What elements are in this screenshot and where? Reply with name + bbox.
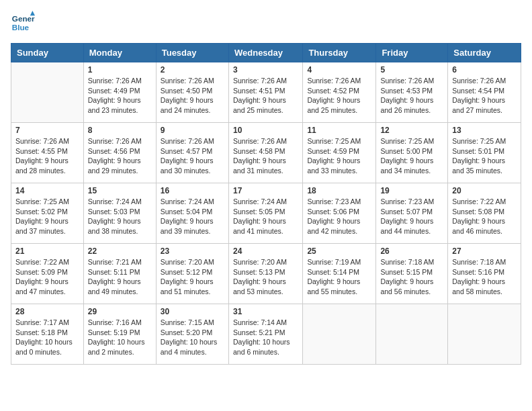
cell-content: Sunrise: 7:16 AMSunset: 5:19 PMDaylight:… — [88, 318, 152, 357]
day-number: 24 — [233, 246, 298, 256]
cell-content: Sunrise: 7:26 AMSunset: 4:52 PMDaylight:… — [307, 76, 371, 116]
calendar-cell: 20Sunrise: 7:22 AMSunset: 5:08 PMDayligh… — [448, 183, 521, 244]
day-number: 17 — [233, 186, 298, 195]
calendar-cell — [448, 304, 521, 365]
day-number: 19 — [380, 186, 443, 195]
day-number: 11 — [307, 126, 371, 135]
cell-content: Sunrise: 7:23 AMSunset: 5:06 PMDaylight:… — [307, 197, 371, 236]
day-number: 15 — [88, 186, 152, 195]
cell-content: Sunrise: 7:24 AMSunset: 5:03 PMDaylight:… — [88, 197, 152, 236]
calendar-table: SundayMondayTuesdayWednesdayThursdayFrid… — [11, 43, 521, 365]
day-number: 16 — [161, 186, 224, 195]
calendar-day-header: Sunday — [11, 44, 84, 62]
cell-content: Sunrise: 7:23 AMSunset: 5:07 PMDaylight:… — [380, 197, 443, 236]
calendar-cell: 13Sunrise: 7:25 AMSunset: 5:01 PMDayligh… — [448, 123, 521, 183]
calendar-cell — [376, 304, 448, 365]
calendar-cell — [303, 304, 376, 365]
cell-content: Sunrise: 7:22 AMSunset: 5:09 PMDaylight:… — [15, 257, 79, 297]
logo: General Blue — [11, 11, 35, 35]
day-number: 6 — [452, 65, 517, 75]
calendar-day-header: Thursday — [303, 44, 376, 62]
calendar-cell: 31Sunrise: 7:14 AMSunset: 5:21 PMDayligh… — [228, 304, 302, 365]
calendar-week-row: 21Sunrise: 7:22 AMSunset: 5:09 PMDayligh… — [11, 244, 521, 304]
cell-content: Sunrise: 7:26 AMSunset: 4:57 PMDaylight:… — [161, 136, 224, 176]
cell-content: Sunrise: 7:26 AMSunset: 4:49 PMDaylight:… — [88, 76, 152, 116]
calendar-day-header: Wednesday — [228, 44, 302, 62]
cell-content: Sunrise: 7:14 AMSunset: 5:21 PMDaylight:… — [233, 318, 298, 357]
day-number: 26 — [380, 246, 443, 256]
calendar-cell: 15Sunrise: 7:24 AMSunset: 5:03 PMDayligh… — [83, 183, 156, 244]
calendar-cell: 28Sunrise: 7:17 AMSunset: 5:18 PMDayligh… — [11, 304, 84, 365]
cell-content: Sunrise: 7:26 AMSunset: 4:58 PMDaylight:… — [233, 136, 298, 176]
day-number: 12 — [380, 126, 443, 135]
cell-content: Sunrise: 7:26 AMSunset: 4:56 PMDaylight:… — [88, 136, 152, 176]
calendar-cell: 29Sunrise: 7:16 AMSunset: 5:19 PMDayligh… — [83, 304, 156, 365]
day-number: 21 — [15, 246, 79, 256]
calendar-cell: 12Sunrise: 7:25 AMSunset: 5:00 PMDayligh… — [376, 123, 448, 183]
cell-content: Sunrise: 7:26 AMSunset: 4:54 PMDaylight:… — [452, 76, 517, 116]
day-number: 5 — [380, 65, 443, 75]
calendar-cell: 5Sunrise: 7:26 AMSunset: 4:53 PMDaylight… — [376, 62, 448, 123]
calendar-day-header: Tuesday — [156, 44, 228, 62]
cell-content: Sunrise: 7:26 AMSunset: 4:53 PMDaylight:… — [380, 76, 443, 116]
day-number: 13 — [452, 126, 517, 135]
cell-content: Sunrise: 7:26 AMSunset: 4:55 PMDaylight:… — [15, 136, 79, 176]
day-number: 30 — [161, 307, 224, 316]
day-number: 22 — [88, 246, 152, 256]
calendar-day-header: Monday — [83, 44, 156, 62]
day-number: 18 — [307, 186, 371, 195]
cell-content: Sunrise: 7:20 AMSunset: 5:13 PMDaylight:… — [233, 257, 298, 297]
cell-content: Sunrise: 7:19 AMSunset: 5:14 PMDaylight:… — [307, 257, 371, 297]
day-number: 7 — [15, 126, 79, 135]
calendar-week-row: 7Sunrise: 7:26 AMSunset: 4:55 PMDaylight… — [11, 123, 521, 183]
cell-content: Sunrise: 7:26 AMSunset: 4:50 PMDaylight:… — [161, 76, 224, 116]
calendar-cell: 4Sunrise: 7:26 AMSunset: 4:52 PMDaylight… — [303, 62, 376, 123]
calendar-week-row: 14Sunrise: 7:25 AMSunset: 5:02 PMDayligh… — [11, 183, 521, 244]
calendar-cell — [11, 62, 84, 123]
day-number: 3 — [233, 65, 298, 75]
logo-icon: General Blue — [11, 11, 35, 35]
calendar-body: 1Sunrise: 7:26 AMSunset: 4:49 PMDaylight… — [11, 62, 521, 365]
day-number: 20 — [452, 186, 517, 195]
calendar-cell: 18Sunrise: 7:23 AMSunset: 5:06 PMDayligh… — [303, 183, 376, 244]
calendar-header-row: SundayMondayTuesdayWednesdayThursdayFrid… — [11, 44, 521, 62]
calendar-cell: 16Sunrise: 7:24 AMSunset: 5:04 PMDayligh… — [156, 183, 228, 244]
cell-content: Sunrise: 7:20 AMSunset: 5:12 PMDaylight:… — [161, 257, 224, 297]
cell-content: Sunrise: 7:26 AMSunset: 4:51 PMDaylight:… — [233, 76, 298, 116]
calendar-week-row: 28Sunrise: 7:17 AMSunset: 5:18 PMDayligh… — [11, 304, 521, 365]
calendar-cell: 3Sunrise: 7:26 AMSunset: 4:51 PMDaylight… — [228, 62, 302, 123]
day-number: 27 — [452, 246, 517, 256]
day-number: 29 — [88, 307, 152, 316]
calendar-cell: 22Sunrise: 7:21 AMSunset: 5:11 PMDayligh… — [83, 244, 156, 304]
cell-content: Sunrise: 7:22 AMSunset: 5:08 PMDaylight:… — [452, 197, 517, 236]
cell-content: Sunrise: 7:24 AMSunset: 5:04 PMDaylight:… — [161, 197, 224, 236]
day-number: 23 — [161, 246, 224, 256]
day-number: 8 — [88, 126, 152, 135]
calendar-day-header: Friday — [376, 44, 448, 62]
calendar-cell: 23Sunrise: 7:20 AMSunset: 5:12 PMDayligh… — [156, 244, 228, 304]
cell-content: Sunrise: 7:24 AMSunset: 5:05 PMDaylight:… — [233, 197, 298, 236]
calendar-cell: 14Sunrise: 7:25 AMSunset: 5:02 PMDayligh… — [11, 183, 84, 244]
calendar-cell: 21Sunrise: 7:22 AMSunset: 5:09 PMDayligh… — [11, 244, 84, 304]
calendar-cell: 24Sunrise: 7:20 AMSunset: 5:13 PMDayligh… — [228, 244, 302, 304]
svg-marker-2 — [30, 11, 35, 15]
calendar-cell: 17Sunrise: 7:24 AMSunset: 5:05 PMDayligh… — [228, 183, 302, 244]
calendar-cell: 9Sunrise: 7:26 AMSunset: 4:57 PMDaylight… — [156, 123, 228, 183]
day-number: 9 — [161, 126, 224, 135]
day-number: 28 — [15, 307, 79, 316]
day-number: 25 — [307, 246, 371, 256]
cell-content: Sunrise: 7:21 AMSunset: 5:11 PMDaylight:… — [88, 257, 152, 297]
calendar-day-header: Saturday — [448, 44, 521, 62]
calendar-cell: 6Sunrise: 7:26 AMSunset: 4:54 PMDaylight… — [448, 62, 521, 123]
calendar-cell: 1Sunrise: 7:26 AMSunset: 4:49 PMDaylight… — [83, 62, 156, 123]
cell-content: Sunrise: 7:18 AMSunset: 5:15 PMDaylight:… — [380, 257, 443, 297]
cell-content: Sunrise: 7:25 AMSunset: 5:00 PMDaylight:… — [380, 136, 443, 176]
cell-content: Sunrise: 7:25 AMSunset: 4:59 PMDaylight:… — [307, 136, 371, 176]
cell-content: Sunrise: 7:25 AMSunset: 5:01 PMDaylight:… — [452, 136, 517, 176]
calendar-cell: 10Sunrise: 7:26 AMSunset: 4:58 PMDayligh… — [228, 123, 302, 183]
calendar-cell: 8Sunrise: 7:26 AMSunset: 4:56 PMDaylight… — [83, 123, 156, 183]
calendar-cell: 11Sunrise: 7:25 AMSunset: 4:59 PMDayligh… — [303, 123, 376, 183]
day-number: 31 — [233, 307, 298, 316]
day-number: 1 — [88, 65, 152, 75]
cell-content: Sunrise: 7:25 AMSunset: 5:02 PMDaylight:… — [15, 197, 79, 236]
